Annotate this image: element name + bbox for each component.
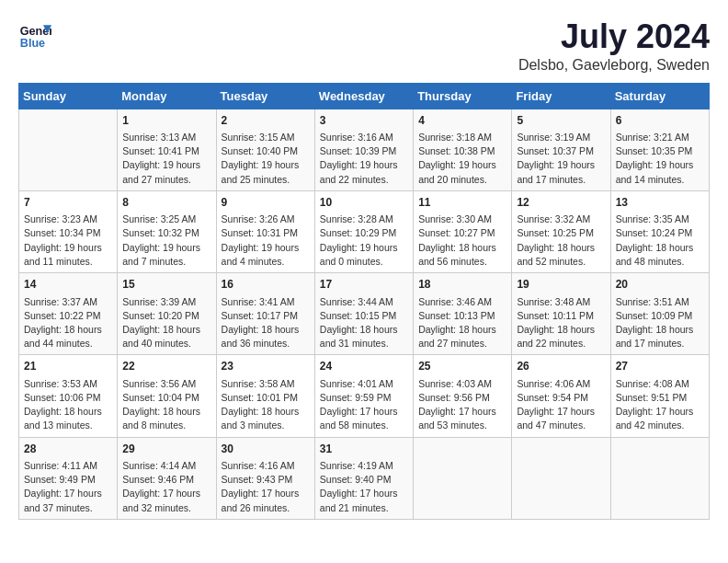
day-number: 2 [222,113,310,129]
weekday-header-row: SundayMondayTuesdayWednesdayThursdayFrid… [19,83,710,109]
day-number: 12 [517,195,605,211]
calendar-cell: 6Sunrise: 3:21 AM Sunset: 10:35 PM Dayli… [610,109,709,190]
day-number: 23 [222,359,310,374]
day-info: Sunrise: 3:30 AM Sunset: 10:27 PM Daylig… [418,213,506,269]
day-number: 1 [122,113,210,129]
logo-icon: General Blue [18,18,51,52]
day-info: Sunrise: 3:16 AM Sunset: 10:39 PM Daylig… [320,131,408,187]
calendar-cell: 7Sunrise: 3:23 AM Sunset: 10:34 PM Dayli… [19,190,118,272]
day-number: 5 [517,113,605,129]
calendar-cell: 25Sunrise: 4:03 AM Sunset: 9:56 PM Dayli… [414,355,512,437]
calendar-cell: 1Sunrise: 3:13 AM Sunset: 10:41 PM Dayli… [118,109,216,190]
calendar-cell: 19Sunrise: 3:48 AM Sunset: 10:11 PM Dayl… [512,273,610,355]
day-number: 17 [320,277,408,293]
day-info: Sunrise: 3:15 AM Sunset: 10:40 PM Daylig… [222,131,310,187]
day-info: Sunrise: 3:44 AM Sunset: 10:15 PM Daylig… [320,295,408,351]
logo: General Blue [18,18,51,52]
day-number: 25 [418,359,506,374]
calendar-cell: 23Sunrise: 3:58 AM Sunset: 10:01 PM Dayl… [216,355,314,437]
day-number: 22 [122,359,210,374]
calendar-cell: 8Sunrise: 3:25 AM Sunset: 10:32 PM Dayli… [118,190,216,272]
day-info: Sunrise: 3:13 AM Sunset: 10:41 PM Daylig… [122,131,210,187]
calendar-week-row: 28Sunrise: 4:11 AM Sunset: 9:49 PM Dayli… [19,437,710,519]
weekday-header-friday: Friday [512,83,610,109]
day-info: Sunrise: 3:35 AM Sunset: 10:24 PM Daylig… [616,213,704,269]
day-info: Sunrise: 3:28 AM Sunset: 10:29 PM Daylig… [320,213,408,269]
day-info: Sunrise: 4:03 AM Sunset: 9:56 PM Dayligh… [418,377,506,433]
calendar-cell: 21Sunrise: 3:53 AM Sunset: 10:06 PM Dayl… [19,355,118,437]
calendar-cell: 22Sunrise: 3:56 AM Sunset: 10:04 PM Dayl… [118,355,216,437]
weekday-header-sunday: Sunday [19,83,118,109]
calendar-cell: 24Sunrise: 4:01 AM Sunset: 9:59 PM Dayli… [314,355,413,437]
day-number: 20 [616,277,704,293]
day-info: Sunrise: 3:41 AM Sunset: 10:17 PM Daylig… [222,295,310,351]
day-info: Sunrise: 3:56 AM Sunset: 10:04 PM Daylig… [122,377,210,433]
day-info: Sunrise: 3:48 AM Sunset: 10:11 PM Daylig… [517,295,605,351]
day-number: 24 [320,359,408,374]
day-info: Sunrise: 3:19 AM Sunset: 10:37 PM Daylig… [517,131,605,187]
day-info: Sunrise: 3:37 AM Sunset: 10:22 PM Daylig… [24,295,112,351]
calendar-cell: 29Sunrise: 4:14 AM Sunset: 9:46 PM Dayli… [118,437,216,519]
day-number: 11 [418,195,506,211]
calendar-table: SundayMondayTuesdayWednesdayThursdayFrid… [18,83,710,520]
day-number: 3 [320,113,408,129]
calendar-cell: 15Sunrise: 3:39 AM Sunset: 10:20 PM Dayl… [118,273,216,355]
calendar-cell: 31Sunrise: 4:19 AM Sunset: 9:40 PM Dayli… [314,437,413,519]
title-block: July 2024 Delsbo, Gaevleborg, Sweden [518,18,710,74]
calendar-week-row: 14Sunrise: 3:37 AM Sunset: 10:22 PM Dayl… [19,273,710,355]
weekday-header-wednesday: Wednesday [314,83,413,109]
calendar-cell: 3Sunrise: 3:16 AM Sunset: 10:39 PM Dayli… [314,109,413,190]
day-number: 19 [517,277,605,293]
calendar-week-row: 7Sunrise: 3:23 AM Sunset: 10:34 PM Dayli… [19,190,710,272]
calendar-cell: 16Sunrise: 3:41 AM Sunset: 10:17 PM Dayl… [216,273,314,355]
day-info: Sunrise: 3:32 AM Sunset: 10:25 PM Daylig… [517,213,605,269]
day-number: 31 [320,442,408,457]
calendar-cell [414,437,512,519]
calendar-cell: 4Sunrise: 3:18 AM Sunset: 10:38 PM Dayli… [414,109,512,190]
calendar-cell: 11Sunrise: 3:30 AM Sunset: 10:27 PM Dayl… [414,190,512,272]
day-number: 4 [418,113,506,129]
calendar-cell: 26Sunrise: 4:06 AM Sunset: 9:54 PM Dayli… [512,355,610,437]
day-number: 21 [24,359,112,374]
calendar-week-row: 21Sunrise: 3:53 AM Sunset: 10:06 PM Dayl… [19,355,710,437]
calendar-cell: 9Sunrise: 3:26 AM Sunset: 10:31 PM Dayli… [216,190,314,272]
page-header: General Blue July 2024 Delsbo, Gaevlebor… [18,18,710,74]
day-info: Sunrise: 4:16 AM Sunset: 9:43 PM Dayligh… [222,459,310,515]
calendar-cell [19,109,118,190]
calendar-cell: 18Sunrise: 3:46 AM Sunset: 10:13 PM Dayl… [414,273,512,355]
calendar-cell [512,437,610,519]
day-number: 7 [24,195,112,211]
calendar-cell: 17Sunrise: 3:44 AM Sunset: 10:15 PM Dayl… [314,273,413,355]
day-info: Sunrise: 3:25 AM Sunset: 10:32 PM Daylig… [122,213,210,269]
calendar-week-row: 1Sunrise: 3:13 AM Sunset: 10:41 PM Dayli… [19,109,710,190]
day-number: 16 [222,277,310,293]
day-number: 9 [222,195,310,211]
day-info: Sunrise: 3:39 AM Sunset: 10:20 PM Daylig… [122,295,210,351]
calendar-cell: 14Sunrise: 3:37 AM Sunset: 10:22 PM Dayl… [19,273,118,355]
day-info: Sunrise: 3:21 AM Sunset: 10:35 PM Daylig… [616,131,704,187]
day-number: 15 [122,277,210,293]
day-info: Sunrise: 4:11 AM Sunset: 9:49 PM Dayligh… [24,459,112,515]
calendar-cell [610,437,709,519]
day-number: 28 [24,442,112,457]
day-number: 10 [320,195,408,211]
day-info: Sunrise: 4:01 AM Sunset: 9:59 PM Dayligh… [320,377,408,433]
day-number: 27 [616,359,704,374]
calendar-cell: 28Sunrise: 4:11 AM Sunset: 9:49 PM Dayli… [19,437,118,519]
day-number: 13 [616,195,704,211]
calendar-cell: 5Sunrise: 3:19 AM Sunset: 10:37 PM Dayli… [512,109,610,190]
day-info: Sunrise: 4:14 AM Sunset: 9:46 PM Dayligh… [122,459,210,515]
weekday-header-tuesday: Tuesday [216,83,314,109]
calendar-cell: 27Sunrise: 4:08 AM Sunset: 9:51 PM Dayli… [610,355,709,437]
day-info: Sunrise: 3:58 AM Sunset: 10:01 PM Daylig… [222,377,310,433]
day-number: 30 [222,442,310,457]
day-info: Sunrise: 3:26 AM Sunset: 10:31 PM Daylig… [222,213,310,269]
calendar-cell: 2Sunrise: 3:15 AM Sunset: 10:40 PM Dayli… [216,109,314,190]
day-number: 8 [122,195,210,211]
day-info: Sunrise: 4:08 AM Sunset: 9:51 PM Dayligh… [616,377,704,433]
day-number: 6 [616,113,704,129]
day-number: 26 [517,359,605,374]
month-year: July 2024 [518,18,710,55]
day-info: Sunrise: 3:46 AM Sunset: 10:13 PM Daylig… [418,295,506,351]
day-info: Sunrise: 4:19 AM Sunset: 9:40 PM Dayligh… [320,459,408,515]
